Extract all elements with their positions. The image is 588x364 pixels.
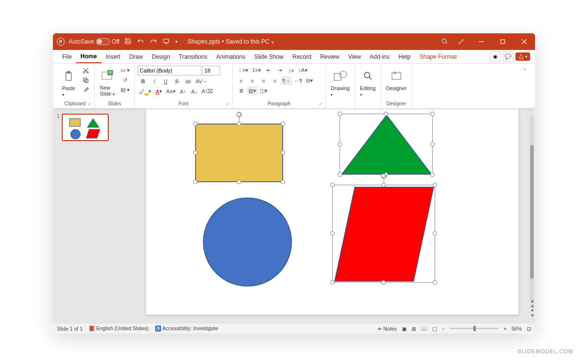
reset-button[interactable]: ↺ (119, 75, 131, 85)
zoom-level[interactable]: 56% (512, 326, 522, 332)
zoom-slider[interactable] (450, 328, 499, 329)
parallelogram-shape[interactable] (332, 185, 435, 283)
copy-button[interactable] (80, 75, 91, 85)
tab-help[interactable]: Help (394, 50, 415, 63)
new-slide-button[interactable]: + New Slide ▾ (98, 66, 117, 97)
clipboard-launcher[interactable]: ⤢ (88, 102, 91, 106)
search-icon[interactable] (440, 38, 449, 46)
rotation-handle-icon[interactable] (236, 111, 243, 118)
align-center-button[interactable]: ≡ (247, 76, 258, 85)
notes-button[interactable]: ≐ Notes (377, 326, 396, 332)
svg-rect-5 (501, 40, 505, 44)
redo-icon[interactable] (149, 38, 158, 46)
slide-thumbnail-1[interactable] (62, 114, 109, 141)
paste-button[interactable]: Paste▾ (59, 66, 78, 98)
tab-insert[interactable]: Insert (101, 50, 125, 63)
increase-indent-button[interactable]: ⇥ (274, 66, 285, 75)
slide-count: Slide 1 of 1 (57, 326, 83, 332)
font-launcher[interactable]: ⤢ (226, 102, 229, 106)
font-size-select[interactable] (202, 66, 220, 75)
clear-formatting-button[interactable]: A⌫ (200, 87, 215, 96)
tab-design[interactable]: Design (147, 50, 174, 63)
smartart-button[interactable]: ◫▾ (258, 86, 269, 96)
zoom-out-button[interactable]: − (442, 326, 445, 332)
designer-button[interactable]: Designer (384, 66, 409, 92)
align-right-button[interactable]: ≡ (258, 76, 269, 85)
numbering-button[interactable]: 1≡▾ (250, 66, 263, 75)
slide-canvas-area[interactable]: ▲▲▼▼ (117, 109, 535, 323)
align-text-button[interactable]: ⊟▾ (304, 76, 315, 85)
section-button[interactable]: ▤ ▾ (119, 85, 131, 95)
tab-shape-format[interactable]: Shape Format (415, 50, 461, 63)
char-spacing-button[interactable]: AV↔ (194, 76, 209, 86)
line-spacing-button[interactable]: ↕≡ (286, 66, 296, 75)
zoom-in-button[interactable]: + (504, 326, 507, 332)
close-button[interactable] (517, 37, 531, 47)
circle-shape[interactable] (202, 197, 293, 288)
decrease-font-button[interactable]: A↓ (189, 87, 200, 96)
paragraph-launcher[interactable]: ⤢ (319, 102, 322, 106)
drawing-button[interactable]: Drawing▾ (329, 66, 352, 98)
decrease-indent-button[interactable]: ⇤ (263, 66, 274, 75)
draw-mode-icon[interactable] (457, 37, 466, 47)
fit-to-window-button[interactable]: ⊡ (527, 326, 531, 332)
font-color-button[interactable]: A▾ (153, 87, 164, 96)
start-from-beginning-icon[interactable] (162, 38, 171, 46)
columns-button[interactable]: ▥▾ (247, 86, 258, 96)
camera-button[interactable]: ◉ (490, 51, 501, 62)
format-painter-button[interactable] (80, 85, 91, 95)
distribute-button[interactable]: ≣ (236, 86, 246, 96)
strikethrough-button[interactable]: S (172, 76, 182, 86)
editing-button[interactable]: Editing▾ (358, 66, 378, 98)
svg-rect-24 (392, 73, 401, 79)
autosave-toggle[interactable]: AutoSave Off (69, 38, 120, 45)
designer-icon (391, 67, 402, 85)
font-name-select[interactable] (138, 66, 201, 75)
vertical-scrollbar[interactable] (530, 116, 534, 308)
change-case-button[interactable]: Aa▾ (165, 87, 177, 96)
tab-addins[interactable]: Add-ins (366, 50, 394, 63)
bullets-button[interactable]: ⋮≡▾ (236, 66, 250, 75)
tab-slideshow[interactable]: Slide Show (250, 50, 288, 63)
layout-button[interactable]: ▭ ▾ (119, 66, 131, 75)
tab-view[interactable]: View (344, 50, 366, 63)
increase-font-button[interactable]: A↑ (178, 87, 189, 96)
collapse-ribbon-button[interactable]: ˅ (519, 67, 530, 76)
rotation-handle-icon[interactable] (380, 172, 387, 179)
maximize-button[interactable] (496, 37, 510, 47)
reading-view-button[interactable]: 📖 (421, 325, 427, 332)
shadow-button[interactable]: ab (183, 76, 194, 86)
ltr-button[interactable]: ¶→ (281, 76, 292, 85)
bold-button[interactable]: B (138, 76, 148, 86)
qat-more-icon[interactable]: ▾ (174, 39, 179, 44)
slide-sorter-button[interactable]: ⊞ (412, 326, 416, 332)
tab-transitions[interactable]: Transitions (174, 50, 212, 63)
undo-icon[interactable] (136, 38, 145, 46)
rectangle-shape[interactable] (195, 123, 283, 182)
save-icon[interactable] (123, 38, 132, 46)
italic-button[interactable]: I (149, 76, 160, 86)
nav-arrows[interactable]: ▲▲▼▼ (530, 298, 535, 318)
normal-view-button[interactable]: ▣ (402, 326, 407, 332)
tab-review[interactable]: Review (316, 50, 343, 63)
text-direction-button[interactable]: ↕A▾ (297, 66, 309, 75)
rtl-button[interactable]: ←¶ (293, 76, 304, 85)
cut-button[interactable] (80, 66, 91, 75)
justify-button[interactable]: ≡ (270, 76, 280, 85)
slide[interactable] (146, 109, 518, 315)
underline-button[interactable]: U (160, 76, 171, 86)
minimize-button[interactable] (474, 37, 488, 47)
accessibility-button[interactable]: ♿ Accessibility: Investigate (155, 325, 218, 332)
triangle-shape[interactable] (340, 114, 433, 175)
align-left-button[interactable]: ≡ (236, 76, 246, 85)
share-button[interactable]: ▾ (515, 52, 530, 61)
tab-record[interactable]: Record (288, 50, 316, 63)
highlight-button[interactable]: 🖊▁▾ (138, 87, 153, 96)
language-button[interactable]: 📕 English (United States) (89, 325, 149, 332)
tab-home[interactable]: Home (76, 50, 101, 63)
tab-animations[interactable]: Animations (212, 50, 249, 63)
slideshow-button[interactable]: ▢ (432, 326, 437, 332)
comments-button[interactable]: 💬 (503, 51, 514, 62)
tab-file[interactable]: File (58, 50, 76, 63)
tab-draw[interactable]: Draw (125, 50, 147, 63)
